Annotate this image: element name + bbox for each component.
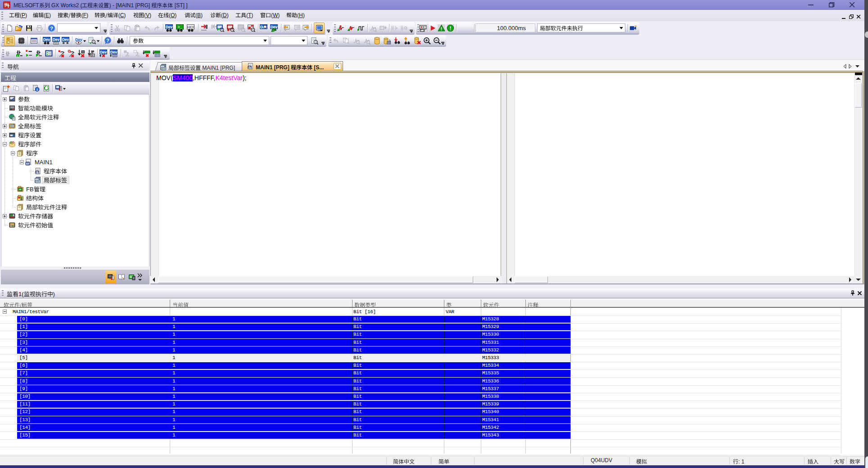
svg-text:Dev: Dev [53,37,60,42]
svg-text:ST: ST [35,171,39,174]
svg-text:Dev: Dev [110,50,118,54]
svg-text:Dev: Dev [75,37,82,42]
svg-text:Dev: Dev [271,25,278,29]
svg-text:Dev: Dev [62,37,69,42]
svg-text:?: ? [50,25,53,31]
svg-text:ST: ST [248,66,251,69]
svg-text:Dev: Dev [100,50,107,54]
svg-text:HEX: HEX [187,25,194,29]
svg-text:5_a: 5_a [420,30,425,32]
svg-text:Dev: Dev [166,25,173,29]
svg-text:ST: ST [26,162,30,165]
svg-text:Dev: Dev [43,37,50,42]
svg-text:IL: IL [389,39,391,41]
svg-text:?: ? [106,38,109,43]
